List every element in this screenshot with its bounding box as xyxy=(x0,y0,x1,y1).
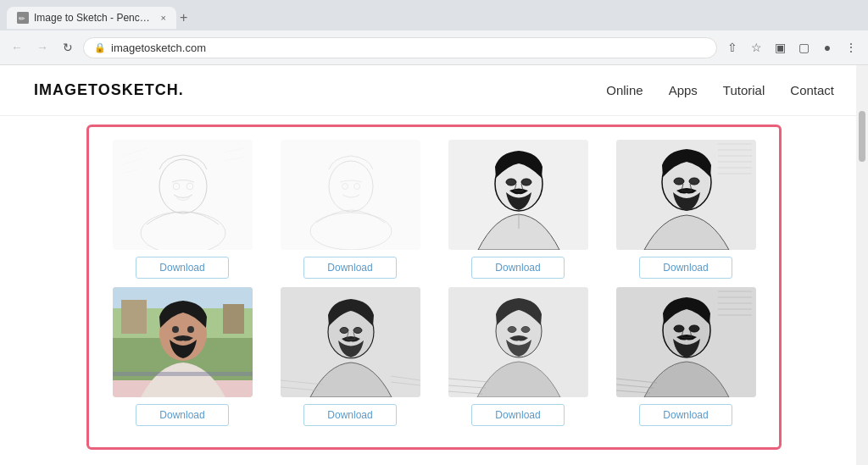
svg-point-19 xyxy=(506,179,516,185)
gallery-item-4: Download xyxy=(605,140,766,279)
tab-title: Image to Sketch - Pencil Sketch xyxy=(34,12,151,24)
gallery-row-1: Download xyxy=(102,140,766,279)
tab-close-button[interactable]: × xyxy=(161,13,166,23)
new-tab-button[interactable]: + xyxy=(180,10,187,25)
sketch-image-2 xyxy=(281,140,420,250)
menu-icon[interactable]: ⋮ xyxy=(841,37,861,58)
svg-point-29 xyxy=(674,178,684,185)
profile-icon[interactable]: ● xyxy=(817,37,837,58)
gallery-item-6: Download xyxy=(270,287,431,426)
gallery-item-1: Download xyxy=(102,140,263,279)
gallery-item-7: Download xyxy=(437,287,598,426)
gallery-item-2: Download xyxy=(270,140,431,279)
gallery-item-5: Download xyxy=(102,287,263,426)
svg-point-44 xyxy=(353,328,362,334)
sketch-image-1 xyxy=(113,140,253,250)
svg-point-51 xyxy=(508,327,516,333)
svg-point-43 xyxy=(340,328,348,334)
url-text: imagetosketch.com xyxy=(111,42,206,54)
window-icon[interactable]: ▢ xyxy=(793,37,814,58)
download-btn-1[interactable]: Download xyxy=(136,257,229,279)
gallery-item-3: Download xyxy=(437,140,598,279)
download-btn-6[interactable]: Download xyxy=(303,404,397,426)
svg-point-63 xyxy=(674,325,684,332)
sketch-image-5 xyxy=(113,287,253,397)
active-tab[interactable]: ✏ Image to Sketch - Pencil Sketch × xyxy=(7,7,176,29)
svg-text:✏: ✏ xyxy=(19,14,25,23)
svg-rect-12 xyxy=(281,140,420,250)
puzzle-icon[interactable]: ▣ xyxy=(770,37,790,58)
svg-point-64 xyxy=(689,325,699,332)
svg-rect-35 xyxy=(121,300,147,334)
back-button[interactable]: ← xyxy=(7,37,27,58)
svg-point-20 xyxy=(521,179,531,185)
sketch-image-8 xyxy=(616,287,756,397)
download-btn-4[interactable]: Download xyxy=(639,257,732,279)
page-content: IMAGETOSKETCH. Online Apps Tutorial Cont… xyxy=(0,65,868,465)
gallery-row-2: Download xyxy=(102,287,766,426)
gallery-container: Download xyxy=(86,125,782,450)
gallery-item-8: Download xyxy=(605,287,766,426)
download-btn-7[interactable]: Download xyxy=(471,404,565,426)
svg-point-30 xyxy=(689,178,699,185)
sketch-image-3 xyxy=(448,140,588,250)
toolbar-icons: ⇧ ☆ ▣ ▢ ● ⋮ xyxy=(722,37,861,58)
download-btn-8[interactable]: Download xyxy=(639,404,732,426)
site-logo: IMAGETOSKETCH. xyxy=(34,81,184,99)
svg-rect-36 xyxy=(223,304,244,334)
svg-point-39 xyxy=(187,326,194,333)
sketch-image-7 xyxy=(448,287,588,397)
sketch-image-4 xyxy=(616,140,756,250)
svg-point-52 xyxy=(521,327,530,333)
browser-chrome: ✏ Image to Sketch - Pencil Sketch × + ← … xyxy=(0,0,868,65)
url-bar[interactable]: 🔒 imagetosketch.com xyxy=(83,37,717,58)
download-btn-3[interactable]: Download xyxy=(471,257,565,279)
site-header: IMAGETOSKETCH. Online Apps Tutorial Cont… xyxy=(0,65,868,116)
main-content: Download xyxy=(0,116,868,458)
nav-tutorial[interactable]: Tutorial xyxy=(723,83,765,97)
scrollbar-thumb[interactable] xyxy=(859,111,865,162)
nav-online[interactable]: Online xyxy=(606,83,643,97)
nav-apps[interactable]: Apps xyxy=(669,83,698,97)
share-icon[interactable]: ⇧ xyxy=(722,37,743,58)
lock-icon: 🔒 xyxy=(94,42,106,53)
site-nav: Online Apps Tutorial Contact xyxy=(606,83,834,97)
svg-rect-2 xyxy=(113,140,253,250)
forward-button[interactable]: → xyxy=(32,37,53,58)
nav-contact[interactable]: Contact xyxy=(790,83,834,97)
star-icon[interactable]: ☆ xyxy=(746,37,766,58)
svg-point-38 xyxy=(172,326,179,333)
sketch-image-6 xyxy=(281,287,420,397)
refresh-button[interactable]: ↻ xyxy=(58,37,78,58)
download-btn-2[interactable]: Download xyxy=(303,257,397,279)
tab-favicon: ✏ xyxy=(17,12,29,24)
svg-rect-40 xyxy=(113,372,253,376)
tab-bar: ✏ Image to Sketch - Pencil Sketch × + xyxy=(0,0,868,30)
address-bar: ← → ↻ 🔒 imagetosketch.com ⇧ ☆ ▣ ▢ ● ⋮ xyxy=(0,30,868,64)
download-btn-5[interactable]: Download xyxy=(136,404,229,426)
scrollbar[interactable] xyxy=(856,65,868,465)
